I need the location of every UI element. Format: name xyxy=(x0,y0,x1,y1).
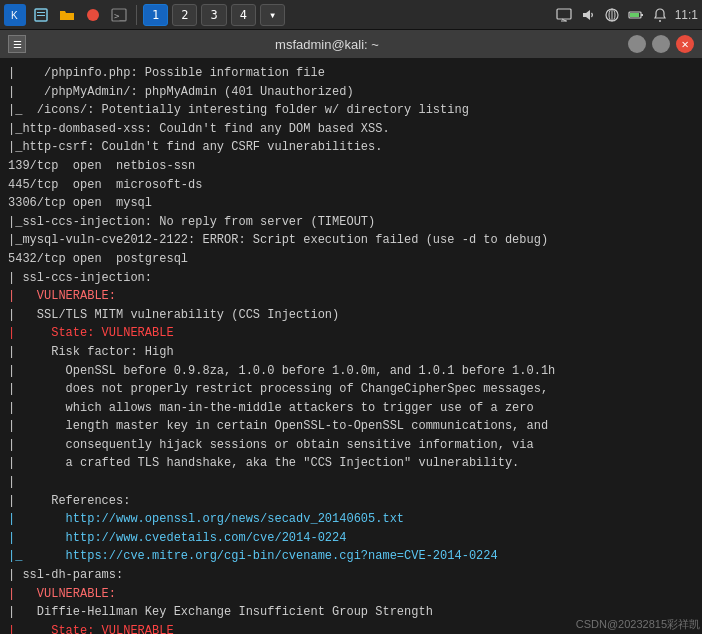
maximize-button[interactable] xyxy=(652,35,670,53)
svg-marker-11 xyxy=(583,10,590,20)
svg-text:K: K xyxy=(11,10,18,21)
svg-rect-8 xyxy=(557,9,571,19)
network-icon[interactable] xyxy=(603,6,621,24)
terminal-menu-button[interactable]: ☰ xyxy=(8,35,26,53)
red-icon[interactable] xyxy=(82,4,104,26)
taskbar: K >_ 1 2 3 4 ▾ 11:1 xyxy=(0,0,702,30)
kali-menu-icon[interactable]: K xyxy=(4,4,26,26)
volume-icon[interactable] xyxy=(579,6,597,24)
terminal-window: ☰ msfadmin@kali: ~ ✕ | /phpinfo.php: Pos… xyxy=(0,30,702,634)
terminal-title: msfadmin@kali: ~ xyxy=(26,37,628,52)
svg-text:>_: >_ xyxy=(114,11,125,21)
terminal-icon[interactable]: >_ xyxy=(108,4,130,26)
workspace-2-btn[interactable]: 2 xyxy=(172,4,197,26)
svg-rect-4 xyxy=(37,15,45,16)
folder-icon[interactable] xyxy=(56,4,78,26)
separator xyxy=(136,5,137,25)
svg-rect-3 xyxy=(37,12,45,13)
workspace-1-btn[interactable]: 1 xyxy=(143,4,168,26)
terminal-titlebar: ☰ msfadmin@kali: ~ ✕ xyxy=(0,30,702,58)
close-button[interactable]: ✕ xyxy=(676,35,694,53)
battery-icon xyxy=(627,6,645,24)
terminal-output: | /phpinfo.php: Possible information fil… xyxy=(0,58,702,634)
svg-point-5 xyxy=(87,9,99,21)
minimize-button[interactable] xyxy=(628,35,646,53)
notifications-icon[interactable] xyxy=(651,6,669,24)
files-icon[interactable] xyxy=(30,4,52,26)
svg-rect-16 xyxy=(641,14,643,16)
monitor-icon xyxy=(555,6,573,24)
clock: 11:1 xyxy=(675,8,698,22)
workspace-4-btn[interactable]: 4 xyxy=(231,4,256,26)
terminal-controls: ✕ xyxy=(628,35,694,53)
workspace-3-btn[interactable]: 3 xyxy=(201,4,226,26)
workspace-dropdown-btn[interactable]: ▾ xyxy=(260,4,285,26)
taskbar-right: 11:1 xyxy=(555,6,698,24)
svg-rect-17 xyxy=(630,13,639,17)
